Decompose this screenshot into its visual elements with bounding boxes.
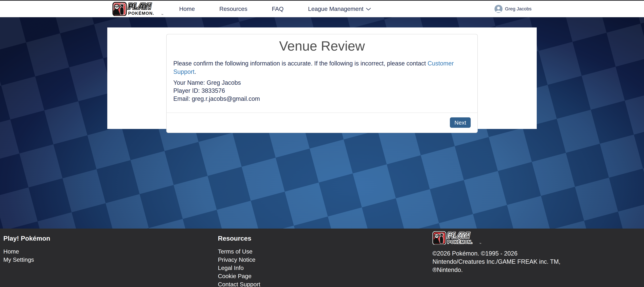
footer-column-legal: PLAY! PLAY! PLAY! POKÉMON. POKÉMON. TM ©…	[432, 231, 560, 274]
content-panel: Venue Review Please confirm the followin…	[107, 27, 537, 129]
top-navbar: PLAY! PLAY! PLAY! POKÉMON. POKÉMON. TM H…	[0, 1, 644, 17]
user-avatar-icon	[494, 5, 502, 13]
footer-link-cookie-page[interactable]: Cookie Page	[218, 272, 260, 280]
nav-link-home[interactable]: Home	[179, 5, 195, 12]
player-id-value: 3833576	[202, 87, 225, 94]
page-background: Venue Review Please confirm the followin…	[0, 17, 644, 229]
page-title: Venue Review	[173, 38, 471, 54]
svg-text:TM: TM	[480, 243, 481, 244]
site-footer: Play! Pokémon Home My Settings Resources…	[0, 229, 644, 287]
nav-link-resources[interactable]: Resources	[219, 5, 247, 12]
next-button[interactable]: Next	[450, 117, 471, 128]
venue-review-card: Venue Review Please confirm the followin…	[166, 34, 478, 133]
player-name-value: Greg Jacobs	[207, 79, 241, 86]
play-pokemon-logo[interactable]: PLAY! PLAY! PLAY! POKÉMON. POKÉMON. TM	[112, 2, 165, 16]
footer-link-contact-support[interactable]: Contact Support	[218, 280, 260, 287]
footer-link-privacy-notice[interactable]: Privacy Notice	[218, 256, 260, 264]
copyright-text: ©2026 Pokémon. ©1995 - 2026 Nintendo/Cre…	[432, 249, 560, 274]
user-menu[interactable]: Greg Jacobs	[494, 5, 532, 13]
svg-text:TM: TM	[161, 14, 163, 15]
confirm-text-before: Please confirm the following information…	[173, 60, 428, 67]
footer-link-home[interactable]: Home	[3, 247, 50, 256]
play-pokemon-footer-logo-icon: PLAY! PLAY! PLAY! POKÉMON. POKÉMON. TM	[432, 231, 483, 245]
footer-column-play-pokemon: Play! Pokémon Home My Settings	[3, 235, 50, 264]
nav-link-faq[interactable]: FAQ	[272, 5, 284, 12]
footer-link-legal-info[interactable]: Legal Info	[218, 264, 260, 272]
footer-link-my-settings[interactable]: My Settings	[3, 256, 50, 264]
user-name: Greg Jacobs	[505, 6, 532, 11]
player-id-row: Player ID: 3833576	[173, 87, 471, 95]
footer-link-terms-of-use[interactable]: Terms of Use	[218, 247, 260, 256]
nav-link-league-management-label: League Management	[308, 5, 364, 12]
copyright-line-2: Nintendo/Creatures Inc./GAME FREAK inc. …	[432, 258, 560, 266]
play-pokemon-logo-icon: PLAY! PLAY! PLAY! POKÉMON. POKÉMON. TM	[112, 2, 165, 16]
svg-text:PLAY!: PLAY!	[448, 231, 470, 240]
chevron-down-icon	[366, 7, 371, 11]
player-name-row: Your Name: Greg Jacobs	[173, 79, 471, 87]
footer-heading-resources: Resources	[218, 235, 260, 242]
nav-link-league-management[interactable]: League Management	[308, 5, 371, 12]
primary-navigation: Home Resources FAQ League Management	[179, 5, 371, 12]
svg-text:POKÉMON.: POKÉMON.	[128, 10, 154, 15]
svg-text:PLAY!: PLAY!	[128, 2, 151, 10]
player-name-label: Your Name:	[173, 79, 205, 86]
copyright-line-3: ®Nintendo.	[432, 266, 560, 274]
confirm-text-after: .	[194, 68, 196, 75]
footer-column-resources: Resources Terms of Use Privacy Notice Le…	[218, 235, 260, 287]
card-footer: Next	[166, 112, 478, 133]
player-email-value: greg.r.jacobs@gmail.com	[192, 95, 260, 102]
player-info-block: Your Name: Greg Jacobs Player ID: 383357…	[173, 79, 471, 103]
footer-heading-play-pokemon: Play! Pokémon	[3, 235, 50, 242]
svg-text:POKÉMON.: POKÉMON.	[448, 240, 472, 244]
confirm-instructions: Please confirm the following information…	[173, 59, 471, 76]
player-email-label: Email:	[173, 95, 190, 102]
copyright-line-1: ©2026 Pokémon. ©1995 - 2026	[432, 249, 560, 258]
player-id-label: Player ID:	[173, 87, 200, 94]
player-email-row: Email: greg.r.jacobs@gmail.com	[173, 95, 471, 103]
